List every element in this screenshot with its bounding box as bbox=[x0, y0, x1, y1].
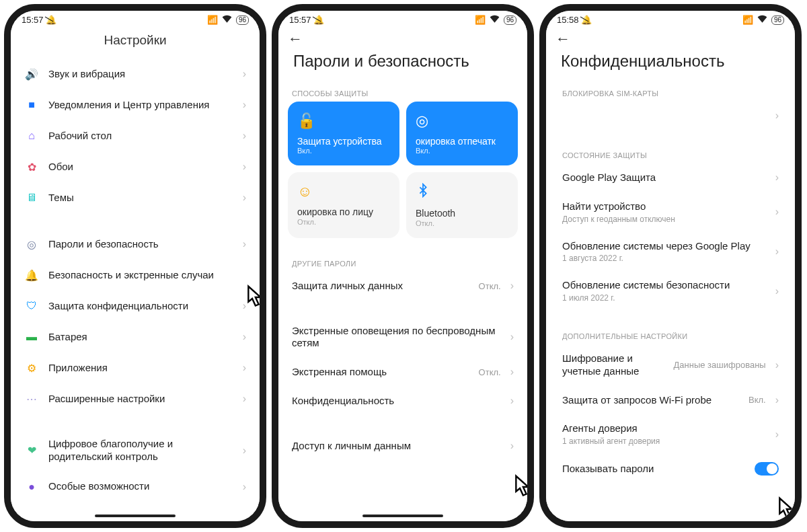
row-security-update[interactable]: Обновление системы безопасности 1 июля 2… bbox=[558, 271, 783, 311]
chevron-right-icon: › bbox=[243, 99, 246, 111]
toggle-on[interactable] bbox=[755, 462, 779, 476]
item-label: Цифровое благополучие и родительский кон… bbox=[48, 438, 233, 463]
chevron-right-icon: › bbox=[775, 285, 779, 297]
row-emergency-help[interactable]: Экстренная помощь Откл. › bbox=[288, 358, 518, 387]
row-meta: Откл. bbox=[479, 281, 501, 291]
row-confidentiality[interactable]: Конфиденциальность › bbox=[288, 387, 518, 416]
item-label: Звук и вибрация bbox=[48, 68, 233, 81]
section-protect: СПОСОБЫ ЗАЩИТЫ bbox=[288, 80, 518, 102]
item-sound[interactable]: 🔊 Звук и вибрация › bbox=[20, 59, 250, 89]
row-wifi-probe[interactable]: Защита от запросов Wi-Fi probe Вкл. › bbox=[558, 386, 783, 415]
item-label: Обои bbox=[48, 161, 233, 174]
chevron-right-icon: › bbox=[510, 440, 514, 452]
row-show-passwords[interactable]: Показывать пароли bbox=[558, 454, 783, 484]
row-sim-lock[interactable]: › bbox=[558, 102, 783, 130]
wellbeing-icon: ❤ bbox=[24, 443, 39, 458]
row-meta: Данные зашифрованы bbox=[674, 360, 766, 370]
row-label: Защита личных данных bbox=[292, 280, 469, 293]
chevron-right-icon: › bbox=[243, 300, 246, 312]
section-more: ДОПОЛНИТЕЛЬНЫЕ НАСТРОЙКИ bbox=[558, 323, 783, 344]
item-safety[interactable]: 🔔 Безопасность и экстренные случаи bbox=[20, 260, 250, 291]
card-face[interactable]: ☺ окировка по лицу Откл. bbox=[288, 172, 399, 237]
row-label: Найти устройство bbox=[562, 200, 766, 213]
dots-icon: ⋯ bbox=[24, 391, 39, 406]
chevron-right-icon: › bbox=[243, 130, 246, 142]
nav-handle[interactable] bbox=[362, 515, 443, 517]
signal-icon: 📶 bbox=[742, 15, 753, 25]
mute-icon: 🔔 bbox=[46, 15, 56, 25]
chevron-right-icon: › bbox=[775, 206, 779, 218]
item-privacy[interactable]: 🛡 Защита конфиденциальности › bbox=[20, 291, 250, 321]
row-play-protect[interactable]: Google Play Защита › bbox=[558, 163, 783, 192]
gear-icon: ⚙ bbox=[24, 360, 39, 375]
chevron-right-icon: › bbox=[510, 395, 514, 407]
card-status: Вкл. bbox=[416, 147, 508, 155]
row-label: Показывать пароли bbox=[562, 463, 745, 476]
row-personal-data[interactable]: Защита личных данных Откл. › bbox=[288, 272, 518, 301]
chevron-right-icon: › bbox=[775, 359, 779, 371]
item-notifications[interactable]: ■ Уведомления и Центр управления › bbox=[20, 89, 250, 120]
card-status: Вкл. bbox=[297, 147, 390, 155]
section-state: СОСТОЯНИЕ ЗАЩИТЫ bbox=[558, 142, 783, 163]
battery-icon: 96 bbox=[504, 15, 516, 25]
alarm-icon: 🔔 bbox=[24, 268, 39, 282]
clock: 15:57 bbox=[289, 15, 311, 25]
row-emergency-broadcast[interactable]: Экстренные оповещения по беспроводным се… bbox=[288, 317, 518, 358]
item-label: Расширенные настройки bbox=[48, 393, 233, 406]
card-fingerprint[interactable]: ◎ окировка отпечатк Вкл. bbox=[406, 102, 518, 165]
row-label: Обновление системы безопасности bbox=[562, 279, 766, 292]
row-encryption[interactable]: Шифрование и учетные данные Данные зашиф… bbox=[558, 344, 783, 386]
accessibility-icon: ● bbox=[24, 480, 39, 494]
row-sub: Доступ к геоданным отключен bbox=[562, 215, 766, 224]
item-wallpaper[interactable]: ✿ Обои › bbox=[20, 151, 250, 182]
card-title: Защита устройства bbox=[297, 137, 390, 147]
row-trust-agents[interactable]: Агенты доверия 1 активный агент доверия … bbox=[558, 414, 783, 454]
notification-icon: ■ bbox=[24, 98, 39, 112]
item-passwords[interactable]: ◎ Пароли и безопасность › bbox=[20, 229, 250, 260]
chevron-right-icon: › bbox=[775, 428, 779, 441]
clock: 15:58 bbox=[557, 15, 579, 25]
item-battery[interactable]: ▬ Батарея › bbox=[20, 321, 250, 352]
chevron-right-icon: › bbox=[775, 394, 779, 406]
chevron-right-icon: › bbox=[243, 238, 246, 250]
item-accessibility[interactable]: ● Особые возможности › bbox=[20, 471, 250, 502]
chevron-right-icon: › bbox=[243, 68, 246, 80]
card-status: Откл. bbox=[297, 218, 390, 226]
row-label: Шифрование и учетные данные bbox=[562, 352, 664, 378]
shield-icon: 🛡 bbox=[24, 299, 39, 313]
nav-handle[interactable] bbox=[95, 515, 176, 517]
row-label: Экстренная помощь bbox=[292, 366, 469, 379]
lock-icon: 🔓 bbox=[297, 112, 390, 130]
item-label: Особые возможности bbox=[48, 480, 233, 493]
mute-icon: 🔔 bbox=[313, 15, 324, 25]
card-device-protect[interactable]: 🔓 Защита устройства Вкл. bbox=[288, 102, 399, 165]
wifi-icon bbox=[222, 15, 232, 25]
wifi-icon bbox=[490, 15, 500, 25]
status-bar: 15:57 🔔 📶 96 bbox=[278, 11, 527, 26]
back-button[interactable]: ← bbox=[555, 30, 570, 48]
row-personal-access[interactable]: Доступ к личным данным › bbox=[288, 432, 518, 461]
row-system-update-play[interactable]: Обновление системы через Google Play 1 а… bbox=[558, 232, 783, 272]
item-apps[interactable]: ⚙ Приложения › bbox=[20, 352, 250, 383]
item-themes[interactable]: 🖥 Темы › bbox=[20, 182, 250, 213]
fingerprint-icon: ◎ bbox=[416, 112, 508, 130]
card-bluetooth[interactable]: Bluetooth Откл. bbox=[406, 172, 518, 237]
row-label: Экстренные оповещения по беспроводным се… bbox=[292, 325, 501, 350]
back-button[interactable]: ← bbox=[288, 30, 303, 48]
item-home[interactable]: ⌂ Рабочий стол › bbox=[20, 120, 250, 151]
row-find-device[interactable]: Найти устройство Доступ к геоданным откл… bbox=[558, 192, 783, 232]
item-wellbeing[interactable]: ❤ Цифровое благополучие и родительский к… bbox=[20, 430, 250, 471]
item-label: Безопасность и экстренные случаи bbox=[48, 269, 237, 282]
item-advanced[interactable]: ⋯ Расширенные настройки › bbox=[20, 383, 250, 414]
battery-icon: 96 bbox=[236, 15, 249, 25]
item-label: Темы bbox=[48, 192, 233, 204]
flower-icon: ✿ bbox=[24, 159, 39, 174]
row-meta: Вкл. bbox=[748, 395, 766, 405]
bluetooth-icon bbox=[416, 183, 508, 202]
item-label: Рабочий стол bbox=[48, 130, 233, 143]
row-sub: 1 активный агент доверия bbox=[562, 436, 766, 446]
card-title: окировка по лицу bbox=[297, 207, 390, 217]
signal-icon: 📶 bbox=[207, 15, 218, 25]
page-title: Настройки bbox=[11, 26, 260, 59]
row-label: Защита от запросов Wi-Fi probe bbox=[562, 394, 739, 407]
